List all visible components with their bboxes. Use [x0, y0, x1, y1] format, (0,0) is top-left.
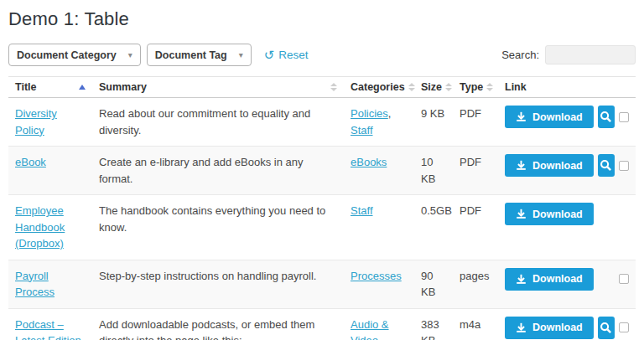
sort-icon	[408, 83, 415, 91]
column-header-summary[interactable]: Summary	[92, 77, 344, 98]
download-button-label: Download	[532, 160, 583, 172]
column-header-title[interactable]: Title	[8, 77, 92, 98]
document-summary: Step-by-step instructions on handling pa…	[92, 260, 344, 308]
document-category-select-value: Document Category	[17, 49, 117, 61]
category-link[interactable]: Processes	[351, 270, 402, 282]
table-row: Diversity Policy Read about our commitme…	[8, 98, 636, 147]
download-button[interactable]: Download	[505, 203, 594, 225]
column-header-link-label: Link	[505, 81, 527, 93]
preview-button[interactable]	[598, 154, 615, 177]
sort-ascending-icon	[79, 85, 86, 90]
table-row: Payroll Process Step-by-step instruction…	[8, 260, 636, 308]
chevron-down-icon: ▾	[239, 50, 243, 59]
undo-icon: ↺	[264, 49, 275, 61]
column-header-type-label: Type	[460, 81, 483, 93]
preview-button[interactable]	[598, 317, 615, 339]
document-size: 90 KB	[414, 260, 453, 308]
search-icon	[600, 111, 612, 123]
document-title-link[interactable]: Payroll Process	[15, 270, 55, 299]
document-size: 0.5GB	[414, 195, 453, 260]
document-tag-select-value: Document Tag	[155, 49, 227, 61]
download-button[interactable]: Download	[505, 268, 594, 291]
download-icon	[516, 160, 527, 171]
search-icon	[600, 322, 612, 334]
download-button-label: Download	[532, 209, 583, 220]
filter-bar: Document Category ▾ Document Tag ▾ ↺ Res…	[8, 44, 636, 66]
search-input[interactable]	[545, 45, 636, 64]
document-size: 9 KB	[414, 98, 453, 147]
document-type: PDF	[453, 195, 498, 260]
select-document-checkbox[interactable]	[619, 112, 629, 122]
column-header-categories-label: Categories	[351, 81, 405, 93]
document-type: pages	[453, 260, 498, 308]
document-title-link[interactable]: Employee Handbook (Dropbox)	[15, 204, 65, 250]
download-icon	[516, 322, 527, 333]
document-type: PDF	[453, 98, 498, 147]
column-header-summary-label: Summary	[99, 81, 147, 93]
category-link[interactable]: Staff	[351, 204, 373, 217]
document-summary: Create an e-library and add eBooks in an…	[92, 147, 344, 195]
page-title: Demo 1: Table	[8, 8, 636, 30]
document-summary: The handbook contains everything you nee…	[92, 195, 344, 260]
document-size: 383 KB	[414, 308, 453, 340]
preview-button[interactable]	[598, 106, 615, 128]
documents-table: Title Summary Categories Size Type Link	[8, 76, 636, 340]
column-header-link: Link	[498, 77, 636, 98]
category-link[interactable]: Staff	[351, 124, 373, 137]
search-icon	[600, 159, 612, 172]
category-link[interactable]: Policies	[351, 107, 388, 120]
download-icon	[516, 274, 527, 285]
download-icon	[516, 209, 527, 219]
column-header-size[interactable]: Size	[414, 77, 453, 98]
download-button[interactable]: Download	[505, 154, 594, 177]
download-button-label: Download	[532, 111, 583, 123]
reset-label: Reset	[278, 49, 308, 61]
column-header-categories[interactable]: Categories	[344, 77, 414, 98]
reset-filters-link[interactable]: ↺ Reset	[264, 49, 309, 61]
table-row: Employee Handbook (Dropbox) The handbook…	[8, 195, 636, 260]
column-header-title-label: Title	[15, 81, 36, 93]
document-title-link[interactable]: Diversity Policy	[15, 107, 57, 137]
sort-icon	[330, 83, 337, 91]
select-document-checkbox[interactable]	[619, 322, 629, 332]
download-button-label: Download	[532, 322, 583, 333]
document-title-link[interactable]: eBook	[15, 156, 46, 168]
document-tag-select[interactable]: Document Tag ▾	[147, 44, 252, 66]
download-button[interactable]: Download	[505, 106, 594, 128]
sort-icon	[445, 83, 452, 91]
category-link[interactable]: Audio & Video	[351, 318, 389, 340]
select-document-checkbox[interactable]	[619, 274, 629, 284]
document-summary: Add downloadable podcasts, or embed them…	[99, 317, 337, 340]
search-group: Search:	[501, 45, 636, 64]
column-header-type[interactable]: Type	[453, 77, 498, 98]
category-separator: ,	[388, 107, 392, 120]
search-label: Search:	[501, 49, 539, 61]
category-link[interactable]: eBooks	[351, 156, 387, 168]
select-document-checkbox[interactable]	[619, 161, 629, 171]
document-size: 10 KB	[414, 147, 453, 195]
table-row: Podcast – Latest Edition Add downloadabl…	[8, 308, 636, 340]
download-icon	[516, 111, 527, 122]
document-type: m4a	[453, 308, 498, 340]
sort-icon	[486, 83, 493, 91]
document-library-page: Demo 1: Table Document Category ▾ Docume…	[0, 0, 644, 340]
document-type: PDF	[453, 147, 498, 195]
download-button-label: Download	[532, 273, 583, 285]
document-category-select[interactable]: Document Category ▾	[8, 44, 141, 66]
table-row: eBook Create an e-library and add eBooks…	[8, 147, 636, 195]
chevron-down-icon: ▾	[128, 50, 132, 59]
document-summary: Read about our commitment to equality an…	[92, 98, 344, 147]
table-header-row: Title Summary Categories Size Type Link	[8, 77, 636, 98]
column-header-size-label: Size	[421, 81, 442, 93]
download-button[interactable]: Download	[505, 317, 594, 339]
document-title-link[interactable]: Podcast – Latest Edition	[15, 318, 81, 340]
